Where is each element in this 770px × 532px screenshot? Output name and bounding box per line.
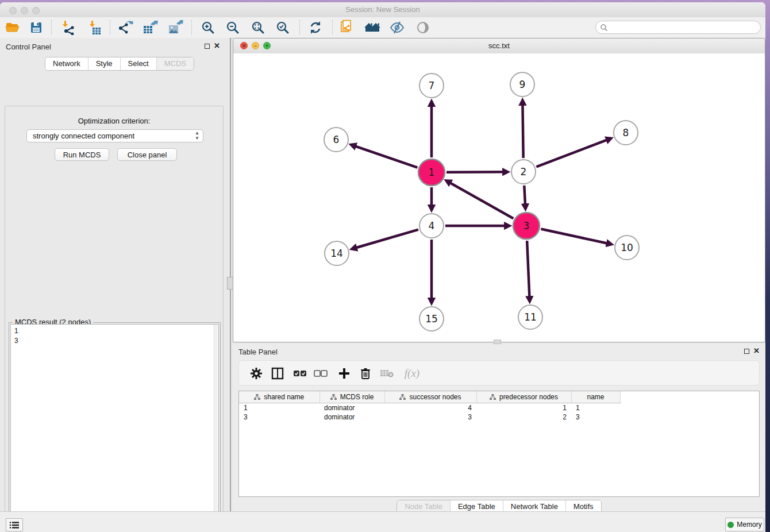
graph-node-1[interactable]: 1 (418, 159, 445, 186)
close-panel-icon[interactable]: ✕ (214, 43, 220, 49)
column-header-mcds-role[interactable]: MCDS role (319, 391, 384, 403)
graph-edge-1-6[interactable] (355, 146, 417, 168)
app-window: Session: New Session (0, 2, 765, 532)
graph-node-3[interactable]: 3 (513, 213, 540, 239)
refresh-view-icon[interactable] (307, 20, 324, 36)
table-row[interactable]: 3dominator323 (239, 413, 620, 422)
task-history-button[interactable] (6, 518, 23, 531)
memory-button[interactable]: Memory (725, 518, 764, 531)
export-network-icon[interactable] (117, 20, 134, 36)
network-from-file-icon[interactable] (339, 20, 356, 36)
graph-node-7[interactable]: 7 (419, 74, 444, 98)
graph-node-label: 15 (425, 313, 438, 325)
tab-network[interactable]: Network (45, 57, 88, 70)
graph-node-6[interactable]: 6 (324, 128, 348, 152)
float-panel-icon[interactable] (205, 44, 210, 49)
graph-edge-3-11[interactable] (527, 241, 529, 298)
network-graph[interactable]: 7968124314101511 (233, 53, 765, 342)
graph-edge-3-10[interactable] (541, 229, 607, 244)
tab-style[interactable]: Style (88, 57, 120, 70)
horizontal-splitter-handle[interactable] (494, 340, 501, 344)
table-toolbar: f(x) (238, 360, 760, 385)
zoom-fit-icon[interactable] (249, 20, 267, 36)
import-network-icon[interactable] (59, 20, 76, 36)
table-cell[interactable]: 2 (476, 413, 571, 422)
network-title: scc.txt (233, 41, 765, 50)
graph-edge-2-3[interactable] (524, 186, 525, 205)
float-table-panel-icon[interactable] (744, 349, 749, 354)
graph-edge-3-1[interactable] (449, 183, 513, 219)
table-cell[interactable]: 1 (571, 403, 620, 413)
table-cell[interactable]: 1 (239, 403, 319, 413)
network-view-window: ✕ − + scc.txt 7968124314101511 (233, 38, 765, 342)
export-image-icon[interactable] (167, 20, 184, 36)
add-row-icon[interactable] (336, 365, 352, 381)
mcds-result-text[interactable]: 1 3 (10, 324, 219, 532)
graph-node-2[interactable]: 2 (511, 160, 536, 184)
close-table-panel-icon[interactable]: ✕ (753, 348, 760, 354)
column-header-predecessor-nodes[interactable]: predecessor nodes (476, 391, 571, 403)
table-cell[interactable]: 1 (476, 403, 571, 413)
vertical-splitter[interactable] (230, 38, 231, 511)
save-session-icon[interactable] (28, 20, 45, 36)
toolbar-separator (332, 20, 333, 35)
graph-node-15[interactable]: 15 (419, 307, 444, 331)
control-panel-title: Control Panel (6, 43, 51, 51)
tab-select[interactable]: Select (120, 57, 156, 70)
unselect-all-icon[interactable] (313, 365, 329, 381)
memory-label: Memory (737, 521, 761, 529)
list-icon (9, 521, 20, 529)
node-table[interactable]: shared name MCDS role successor nodes pr… (238, 391, 760, 497)
graph-node-4[interactable]: 4 (419, 214, 444, 238)
delete-row-icon[interactable] (357, 365, 374, 381)
graph-node-10[interactable]: 10 (615, 236, 639, 260)
graph-node-label: 1 (429, 167, 435, 178)
run-mcds-button[interactable]: Run MCDS (55, 148, 109, 161)
graph-node-label: 2 (521, 166, 527, 178)
graph-edge-2-8[interactable] (536, 140, 607, 167)
table-cell[interactable]: 3 (384, 413, 476, 422)
hide-graphics-details-icon[interactable] (388, 20, 406, 36)
column-header-shared-name[interactable]: shared name (239, 391, 319, 403)
graph-node-11[interactable]: 11 (518, 305, 542, 329)
optimization-criterion-select[interactable]: strongly connected component ▲▼ (26, 129, 203, 142)
hierarchy-icon (399, 394, 406, 400)
table-cell[interactable]: dominator (319, 403, 384, 413)
column-header-successor-nodes[interactable]: successor nodes (384, 391, 476, 403)
show-graphics-details-icon[interactable] (414, 20, 432, 36)
zoom-in-icon[interactable] (199, 20, 217, 36)
gear-icon[interactable] (248, 365, 264, 381)
graph-node-14[interactable]: 14 (325, 241, 349, 265)
select-all-icon[interactable] (292, 365, 308, 381)
node-table-body: 1dominator4113dominator323 (239, 403, 620, 422)
session-title: Session: New Session (0, 5, 765, 14)
export-table-icon[interactable] (141, 20, 159, 36)
columns-icon[interactable] (270, 365, 286, 381)
result-scrollbar[interactable] (214, 325, 218, 532)
search-input[interactable] (595, 21, 761, 34)
home-icon[interactable] (364, 20, 381, 36)
graph-node-9[interactable]: 9 (510, 72, 534, 97)
zoom-out-icon[interactable] (224, 20, 241, 36)
control-panel: Control Panel ✕ Network Style Select MCD… (0, 38, 229, 511)
hierarchy-icon (254, 394, 260, 400)
column-header-name[interactable]: name (571, 391, 620, 403)
graph-edge-4-14[interactable] (356, 230, 418, 248)
table-cell[interactable]: dominator (319, 413, 384, 422)
network-canvas[interactable]: 7968124314101511 (233, 53, 765, 342)
graph-edge-1-2[interactable] (446, 172, 504, 172)
zoom-selected-icon[interactable] (274, 20, 291, 36)
table-cell[interactable]: 4 (384, 403, 476, 413)
tab-mcds[interactable]: MCDS (156, 57, 194, 70)
table-header-row: shared name MCDS role successor nodes pr… (239, 391, 620, 403)
table-row[interactable]: 1dominator411 (239, 403, 620, 413)
close-panel-button[interactable]: Close panel (117, 148, 177, 161)
search-icon (600, 24, 608, 32)
graph-node-8[interactable]: 8 (614, 121, 638, 145)
table-cell[interactable]: 3 (571, 413, 620, 422)
graph-node-label: 14 (330, 248, 343, 259)
graph-edge-2-9[interactable] (522, 104, 523, 158)
table-cell[interactable]: 3 (239, 413, 319, 422)
import-table-icon[interactable] (86, 20, 103, 36)
open-session-icon[interactable] (4, 20, 21, 36)
